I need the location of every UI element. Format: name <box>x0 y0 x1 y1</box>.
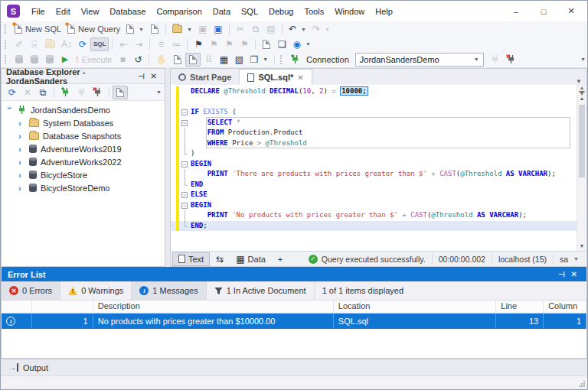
decrease-indent-icon[interactable]: ⇤ <box>116 37 131 51</box>
menu-help[interactable]: Help <box>370 5 398 18</box>
tab-start-page[interactable]: Start Page <box>171 69 240 85</box>
chevron-collapsed-icon[interactable]: › <box>18 132 25 141</box>
user-dropdown[interactable]: sa ▼ <box>553 254 585 265</box>
close-button[interactable]: ✕ <box>560 4 583 19</box>
tab-data[interactable]: ▦ Data <box>230 252 272 266</box>
properties-icon[interactable]: ⧉ <box>35 86 51 99</box>
pin-icon[interactable]: ⊤ <box>137 70 145 83</box>
active-document-filter-button[interactable]: 1 In Active Document <box>207 281 315 300</box>
disconnect-button[interactable] <box>503 53 519 67</box>
redo-button[interactable]: ↷▼ <box>309 22 333 36</box>
next-bookmark-icon[interactable]: ⚑ <box>221 37 237 51</box>
fold-collapse-icon[interactable]: – <box>181 120 188 126</box>
tree-item-adventureworks2019[interactable]: ›AdventureWorks2019 <box>2 142 165 155</box>
database-task-icon[interactable] <box>27 53 42 67</box>
column-header-column[interactable]: Column <box>544 301 586 313</box>
prev-bookmark-icon[interactable]: ⚑ <box>206 37 221 51</box>
new-window-button[interactable] <box>147 22 162 36</box>
scrollbar-track[interactable] <box>577 103 586 241</box>
tree-item-bicyclestoredemo[interactable]: ›BicycleStoreDemo <box>2 181 165 194</box>
chevron-collapsed-icon[interactable]: › <box>18 145 25 154</box>
database-sync-icon[interactable] <box>42 53 57 67</box>
browse-icon[interactable] <box>42 37 58 51</box>
toolbar-grip[interactable] <box>5 40 8 49</box>
fold-collapse-icon[interactable]: – <box>181 161 188 167</box>
query-builder-icon[interactable]: ✋ <box>152 53 170 67</box>
fold-collapse-icon[interactable]: – <box>181 109 188 115</box>
warnings-filter-button[interactable]: 0 Warnings <box>60 281 132 300</box>
menu-edit[interactable]: Edit <box>51 5 76 18</box>
scroll-down-icon[interactable]: ▼ <box>580 241 585 251</box>
database-diagram-icon[interactable] <box>11 53 27 67</box>
increase-indent-icon[interactable]: ⇥ <box>131 37 146 51</box>
error-grid-row[interactable]: i1No products with prices greater than $… <box>2 314 586 329</box>
tree-item-adventureworks2022[interactable]: ›AdventureWorks2022 <box>2 155 165 168</box>
navigate-icon[interactable]: ✐ <box>11 37 27 51</box>
save-all-button[interactable]: ▣ <box>211 22 226 36</box>
menu-debug[interactable]: Debug <box>263 5 299 18</box>
column-header[interactable] <box>32 301 93 313</box>
sort-icon[interactable]: A↕ <box>58 37 75 51</box>
column-header[interactable] <box>2 301 32 313</box>
explorer-overflow-icon[interactable]: ▼ <box>156 89 162 95</box>
column-header-line[interactable]: Line <box>496 301 544 313</box>
toolbar-grip[interactable] <box>5 55 8 64</box>
tab-list-dropdown-icon[interactable]: ▼ <box>571 78 586 85</box>
execute-special-button[interactable]: ! Execute <box>73 53 115 67</box>
refresh-code-icon[interactable]: ⟳ <box>75 37 90 51</box>
document-outline-icon[interactable] <box>259 37 274 51</box>
new-connection-icon[interactable] <box>57 86 74 99</box>
errors-filter-button[interactable]: ✕ 0 Errors <box>2 281 60 300</box>
new-connection-button[interactable] <box>287 53 303 67</box>
close-panel-icon[interactable]: ✕ <box>568 270 580 278</box>
column-header-description[interactable]: Description <box>93 301 334 313</box>
scroll-up-icon[interactable]: ▲ <box>580 93 585 103</box>
toolbar-grip[interactable] <box>280 55 283 64</box>
paste-button[interactable]: ▤ <box>263 22 279 36</box>
menu-comparison[interactable]: Comparison <box>151 5 207 18</box>
menu-database[interactable]: Database <box>104 5 151 18</box>
layout-grid-icon[interactable]: ⠿ <box>201 53 216 67</box>
cut-button[interactable]: ✂ <box>233 22 248 36</box>
column-header-location[interactable]: Location <box>334 301 496 313</box>
uncomment-icon[interactable]: ≔ <box>168 37 184 51</box>
new-document-button[interactable]: ▼ <box>123 22 147 36</box>
copy-button[interactable]: ⧉ <box>248 22 263 36</box>
export-results-icon[interactable] <box>170 53 185 67</box>
menu-window[interactable]: Window <box>329 5 370 18</box>
menu-file[interactable]: File <box>26 5 51 18</box>
auto-refresh-icon[interactable] <box>113 86 128 99</box>
tree-item-system databases[interactable]: ›System Databases <box>2 116 165 129</box>
maximize-button[interactable]: □ <box>532 4 555 19</box>
tab-output[interactable]: → Output <box>1 359 56 375</box>
snippet-icon[interactable]: ⌸ <box>27 37 42 51</box>
add-view-button[interactable]: + <box>272 252 289 266</box>
execute-button[interactable]: ▶ <box>57 53 73 67</box>
connection-select[interactable]: JordanSandersDemo ▼ <box>355 53 484 67</box>
scrollbar-thumb[interactable] <box>579 105 585 177</box>
tree-item-database snapshots[interactable]: ›Database Snapshots <box>2 129 165 142</box>
image-view-icon[interactable]: ▦ <box>216 53 231 67</box>
connect-icon[interactable] <box>74 86 90 99</box>
window-mode-icon[interactable]: ❐▼ <box>247 53 271 67</box>
resize-grip[interactable] <box>578 380 585 387</box>
menu-data[interactable]: Data <box>207 5 236 18</box>
chevron-collapsed-icon[interactable]: › <box>18 171 25 180</box>
chevron-collapsed-icon[interactable]: › <box>18 119 25 128</box>
tree-item-bicyclestore[interactable]: ›BicycleStore <box>2 168 165 181</box>
toolbar-overflow-icon[interactable]: ▼ <box>580 57 586 62</box>
tree-item-jordansandersdemo[interactable]: ›JordanSandersDemo <box>2 103 165 116</box>
tab-text[interactable]: Text <box>172 252 210 266</box>
close-tab-icon[interactable]: ✕ <box>297 73 303 82</box>
save-button[interactable]: ▣ <box>195 22 211 36</box>
vertical-scrollbar[interactable]: ▲▬▼ ▲ ▼ <box>577 85 586 251</box>
intellisense-icon[interactable]: ◉▼ <box>289 37 313 51</box>
connect-button[interactable] <box>487 53 503 67</box>
split-editor-handle[interactable]: ▲▬▼ <box>580 85 585 93</box>
menu-view[interactable]: View <box>76 5 105 18</box>
swap-view-button[interactable]: ⇆ <box>210 252 230 266</box>
delete-icon[interactable]: ✕ <box>20 86 35 99</box>
code-snippets-icon[interactable]: ❏ <box>274 37 289 51</box>
fold-collapse-icon[interactable]: – <box>181 203 188 209</box>
clear-bookmarks-icon[interactable]: ⚑ <box>237 37 252 51</box>
